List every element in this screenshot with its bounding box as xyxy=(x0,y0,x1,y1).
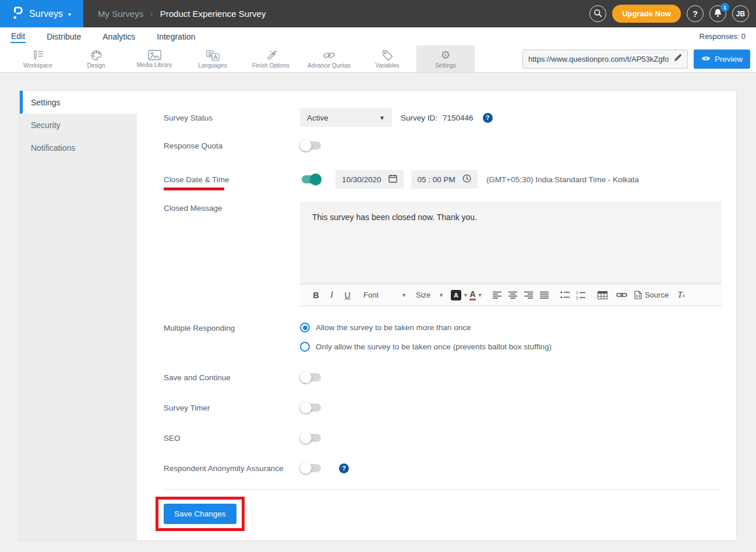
align-left-button[interactable] xyxy=(490,287,506,303)
edit-pencil-icon[interactable] xyxy=(674,54,682,64)
tab-edit[interactable]: Edit xyxy=(10,30,26,43)
editor-toolbar: B I U Font▼ Size▼ A▼ A▼ 12 xyxy=(300,284,722,306)
table-icon xyxy=(598,291,607,299)
bullet-list-button[interactable] xyxy=(557,287,573,303)
survey-id-label: Survey ID: xyxy=(401,114,437,122)
survey-timer-toggle[interactable] xyxy=(300,402,322,413)
avatar-initials: JB xyxy=(736,10,745,18)
annotation-red-box: Save Changes xyxy=(156,497,245,531)
survey-id-help-icon[interactable]: ? xyxy=(483,113,493,123)
preview-button[interactable]: Preview xyxy=(694,49,750,69)
survey-status-label: Survey Status xyxy=(164,114,300,122)
font-dropdown[interactable]: Font▼ xyxy=(363,287,407,303)
question-mark-icon: ? xyxy=(693,9,698,19)
search-icon xyxy=(594,9,602,19)
source-label: Source xyxy=(645,291,669,299)
respondent-anonymity-toggle[interactable] xyxy=(300,462,322,474)
numbered-list-button[interactable]: 12 xyxy=(573,287,589,303)
sidebar-item-notifications[interactable]: Notifications xyxy=(20,136,137,159)
source-doc-icon xyxy=(634,291,642,299)
radio-option-multiple[interactable]: Allow the survey to be taken more than o… xyxy=(300,323,552,332)
tool-advance-quotas-label: Advance Quotas xyxy=(308,62,351,69)
close-time-field[interactable]: 05 : 00 PM xyxy=(411,170,478,189)
tool-workspace[interactable]: Workspace xyxy=(9,45,67,72)
settings-card: Settings Security Notifications Survey S… xyxy=(19,90,737,541)
tool-languages[interactable]: Languages xyxy=(183,45,242,72)
tab-integration[interactable]: Integration xyxy=(156,30,196,43)
calendar-icon xyxy=(388,174,397,185)
tool-languages-label: Languages xyxy=(198,62,227,69)
sidebar-item-security[interactable]: Security xyxy=(20,114,137,136)
justify-button[interactable] xyxy=(537,287,553,303)
save-changes-button[interactable]: Save Changes xyxy=(164,504,236,524)
form-divider xyxy=(164,489,722,490)
tool-advance-quotas[interactable]: Advance Quotas xyxy=(300,45,358,72)
survey-url-input[interactable] xyxy=(528,55,674,63)
seo-toggle[interactable] xyxy=(300,432,322,444)
survey-status-select[interactable]: Active ▼ xyxy=(300,108,392,127)
toolbar-right: Preview xyxy=(522,45,756,72)
survey-url-box[interactable] xyxy=(522,49,688,69)
upgrade-now-button[interactable]: Upgrade Now xyxy=(612,5,681,23)
tool-settings[interactable]: ⚙ Settings xyxy=(416,45,475,72)
tool-media-library-label: Media Library xyxy=(137,62,172,68)
search-button[interactable] xyxy=(589,5,606,22)
remove-format-button[interactable]: Tx xyxy=(673,287,689,303)
multiple-responding-options: Allow the survey to be taken more than o… xyxy=(300,323,552,352)
radio-unchecked-icon xyxy=(300,342,310,352)
survey-id: Survey ID: 7150446 xyxy=(401,114,474,122)
radio-option-once[interactable]: Only allow the survey to be taken once (… xyxy=(300,342,552,352)
underline-button[interactable]: U xyxy=(340,287,355,303)
close-date-field[interactable]: 10/30/2020 xyxy=(335,170,404,189)
palette-icon xyxy=(90,49,103,61)
link-button[interactable] xyxy=(614,287,630,303)
survey-status-value: Active xyxy=(307,114,328,122)
response-quota-toggle[interactable] xyxy=(300,140,322,151)
save-and-continue-label: Save and Continue xyxy=(164,373,300,382)
tool-design[interactable]: Design xyxy=(67,45,125,72)
bold-button[interactable]: B xyxy=(308,287,324,303)
bullet-list-icon xyxy=(560,291,570,299)
logo-label: Surveys xyxy=(29,9,63,19)
source-button[interactable]: Source xyxy=(634,287,669,303)
sidebar-item-settings[interactable]: Settings xyxy=(20,91,137,114)
respondent-anonymity-row: Respondent Anonymity Assurance ? xyxy=(164,462,722,474)
numbered-list-icon: 12 xyxy=(576,291,586,299)
text-color-button[interactable]: A▼ xyxy=(468,287,484,303)
notifications-button[interactable]: 1 xyxy=(709,5,726,22)
question-mark-icon: ? xyxy=(486,114,490,121)
seo-row: SEO xyxy=(164,432,722,444)
save-and-continue-toggle[interactable] xyxy=(300,371,322,383)
chevron-down-icon: ▼ xyxy=(401,292,407,298)
tool-media-library[interactable]: Media Library xyxy=(125,45,183,72)
questionpro-logo-icon xyxy=(12,5,24,22)
background-color-button[interactable]: A▼ xyxy=(451,287,468,303)
italic-button[interactable]: I xyxy=(324,287,340,303)
breadcrumb-parent[interactable]: My Surveys xyxy=(98,9,143,19)
response-quota-label: Response Quota xyxy=(164,141,300,150)
timezone-text: (GMT+05:30) India Standard Time - Kolkat… xyxy=(486,175,639,184)
settings-form: Survey Status Active ▼ Survey ID: 715044… xyxy=(137,91,736,540)
close-date-value: 10/30/2020 xyxy=(342,175,381,184)
closed-message-input[interactable]: This survey has been closed now. Thank y… xyxy=(300,201,722,284)
tool-workspace-label: Workspace xyxy=(23,62,52,69)
tool-design-label: Design xyxy=(87,62,105,69)
close-date-toggle[interactable] xyxy=(300,174,322,185)
image-icon xyxy=(148,49,161,61)
align-right-button[interactable] xyxy=(521,287,537,303)
tab-distribute[interactable]: Distribute xyxy=(46,30,82,43)
tab-analytics[interactable]: Analytics xyxy=(102,30,136,43)
multiple-responding-row: Multiple Responding Allow the survey to … xyxy=(164,323,722,352)
tool-finish-options[interactable]: Finish Options xyxy=(242,45,300,72)
survey-id-value: 7150446 xyxy=(443,114,474,122)
tool-variables[interactable]: Variables xyxy=(358,45,416,72)
size-dropdown[interactable]: Size▼ xyxy=(416,287,444,303)
help-button[interactable]: ? xyxy=(687,5,704,22)
app-logo-menu[interactable]: Surveys ▾ xyxy=(0,0,83,27)
avatar[interactable]: JB xyxy=(732,5,749,22)
align-center-button[interactable] xyxy=(506,287,521,303)
gear-icon: ⚙ xyxy=(440,49,450,61)
table-button[interactable] xyxy=(595,287,610,303)
respondent-anonymity-help-icon[interactable]: ? xyxy=(339,463,349,473)
workspace-icon xyxy=(31,49,44,61)
